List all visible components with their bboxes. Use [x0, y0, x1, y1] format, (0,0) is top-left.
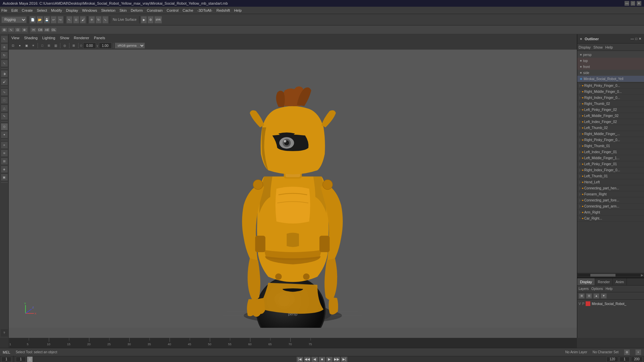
tree-item-21[interactable]: ├─ ● Arm_Right [577, 209, 644, 216]
title-bar-controls[interactable]: — □ ✕ [625, 1, 641, 6]
scroll-right-arrow[interactable]: ▶ [641, 274, 643, 277]
playback-start-input[interactable] [620, 357, 630, 362]
snap-view-button[interactable]: ⊕ [21, 27, 28, 32]
paint-sel-button[interactable]: 🖌 [80, 16, 86, 23]
paint-skin-button[interactable]: 🖌 [1, 78, 8, 85]
viewport-shading-menu[interactable]: Shading [24, 36, 38, 40]
vp-wireframe-button[interactable]: ⊡ [10, 43, 16, 49]
tree-item-1[interactable]: ├─ ● Right_Middle_Finger_0... [577, 89, 644, 95]
snap-point-button[interactable]: ⊡ [15, 27, 21, 32]
menu-help[interactable]: Help [234, 8, 242, 12]
open-button[interactable]: 📂 [37, 16, 43, 23]
vp-hud-button[interactable]: ▥ [53, 43, 59, 49]
minimize-button[interactable]: — [625, 1, 629, 6]
new-scene-button[interactable]: 📄 [30, 16, 36, 23]
history-button[interactable]: H [31, 27, 37, 32]
node-editor-button[interactable]: ⊠ [1, 158, 8, 165]
tree-item-9[interactable]: ├─ ● Right_Pinky_Finger_0... [577, 137, 644, 143]
menu-display[interactable]: Display [66, 8, 78, 12]
redo-button[interactable]: ↪ [57, 16, 63, 23]
curve-tool-button[interactable]: ∿ [1, 88, 8, 96]
display-tab[interactable]: Display [577, 278, 595, 285]
hscroll-thumb[interactable] [590, 274, 615, 277]
menu-skeleton[interactable]: Skeleton [101, 8, 115, 12]
ipr-button[interactable]: IPR [154, 16, 162, 23]
tree-item-11[interactable]: ├─ ● Left_Index_Finger_01 [577, 149, 644, 155]
outliner-maximize[interactable]: □ [635, 37, 637, 41]
vp-isolate-button[interactable]: ◎ [62, 43, 68, 49]
select-mode-button[interactable]: ↖ [1, 36, 8, 43]
tree-item-14[interactable]: ├─ ● Right_Index_Finger_0... [577, 167, 644, 173]
color-space-dropdown[interactable]: sRGB gamma [115, 43, 145, 49]
outliner-show-tab[interactable]: Show [593, 45, 603, 49]
outliner-help-tab[interactable]: Help [605, 45, 613, 49]
mode-dropdown[interactable]: Rigging Animation Modeling [1, 16, 26, 23]
maximize-button[interactable]: □ [631, 1, 635, 6]
vp-camera-button[interactable]: □ [39, 43, 45, 49]
playback-end-input[interactable] [631, 357, 643, 362]
viewport-panels-menu[interactable]: Panels [94, 36, 105, 40]
tree-item-20[interactable]: ├─ ● Connecting_part_arm... [577, 203, 644, 209]
menu-cache[interactable]: Cache [182, 8, 193, 12]
menu-deform[interactable]: Deform [131, 8, 143, 12]
layers-menu[interactable]: Layers [579, 287, 589, 291]
menu-skin[interactable]: Skin [119, 8, 126, 12]
tree-item-19[interactable]: ├─ ● Connecting_part_fore... [577, 197, 644, 203]
tree-item-2[interactable]: ├─ ● Right_Index_Finger_0... [577, 95, 644, 101]
scale-button[interactable]: ⤡ [102, 16, 108, 23]
menu-edit[interactable]: Edit [11, 8, 18, 12]
outliner-button[interactable]: OL [51, 27, 57, 32]
layer-add-button[interactable]: ⊞ [579, 293, 585, 299]
attribute-button[interactable]: ≋ [1, 149, 8, 157]
close-button[interactable]: ✕ [637, 1, 641, 6]
layer-color-swatch[interactable] [586, 301, 590, 306]
paint-effects-button[interactable]: ✦ [1, 131, 8, 138]
undo-button[interactable]: ↩ [51, 16, 57, 23]
layer-move-up-button[interactable]: ▲ [593, 293, 599, 299]
viewport-show-menu[interactable]: Show [60, 36, 69, 40]
stop-button[interactable]: ■ [319, 357, 325, 362]
tree-item-12[interactable]: ├─ ● Left_Middle_Finger_1... [577, 155, 644, 161]
tree-item-7[interactable]: ├─ ● Left_Thumb_02 [577, 125, 644, 131]
go-end-button[interactable]: ▶| [341, 357, 347, 362]
menu-create[interactable]: Create [22, 8, 33, 12]
tree-item-18[interactable]: ├─ ● Forearm_Right [577, 191, 644, 197]
frame-indicator[interactable]: 1 [27, 357, 33, 362]
tree-item-6[interactable]: ├─ ● Left_Index_Finger_02 [577, 119, 644, 125]
viewport[interactable]: View Shading Lighting Show Renderer Pane… [9, 34, 577, 338]
char-set-settings[interactable]: ⚙ [624, 349, 630, 355]
tree-item-16[interactable]: ├─ ● Hend_Left [577, 179, 644, 185]
tree-item-22[interactable]: └─ ● Car_Right... [577, 216, 644, 222]
step-forward-button[interactable]: ▶▶ [333, 357, 340, 362]
range-start-input[interactable] [16, 357, 26, 362]
snap-curve-button[interactable]: ∿ [8, 27, 14, 32]
tree-item-15[interactable]: ├─ ● Left_Thumb_01 [577, 173, 644, 179]
sculpt-button[interactable]: ✎ [1, 113, 8, 120]
viewport-lighting-menu[interactable]: Lighting [42, 36, 55, 40]
poly-button[interactable]: △ [1, 105, 8, 112]
layer-move-down-button[interactable]: ▼ [601, 293, 607, 299]
snap-grid-button[interactable]: ⊞ [1, 27, 7, 32]
viewport-renderer-menu[interactable]: Renderer [74, 36, 89, 40]
vp-grid-button[interactable]: ⊞ [46, 43, 52, 49]
end-frame-input[interactable] [606, 357, 618, 362]
play-forward-button[interactable]: ▶ [326, 357, 333, 362]
move-button[interactable]: ✛ [89, 16, 95, 23]
options-menu[interactable]: Options [591, 287, 603, 291]
outliner-root[interactable]: ⊞ Mirokai_Social_Robot_Yell [577, 76, 644, 82]
tree-item-0[interactable]: ├─ ● Right_Pinky_Finger_0... [577, 83, 644, 89]
layer-delete-button[interactable]: ⊟ [586, 293, 592, 299]
outliner-hscrollbar[interactable]: ▶ [577, 273, 644, 278]
hypershade-button[interactable]: ◈ [1, 166, 8, 173]
render-tab[interactable]: Render [595, 278, 613, 285]
lasso-button[interactable]: ⊙ [73, 16, 79, 23]
dp-help-menu[interactable]: Help [605, 287, 612, 291]
menu-modify[interactable]: Modify [51, 8, 62, 12]
menu-select[interactable]: Select [37, 8, 47, 12]
outliner-close[interactable]: ✕ [639, 37, 641, 41]
tree-item-8[interactable]: ├─ ● Right_Middle_Finger_... [577, 131, 644, 137]
camera-side[interactable]: ■ side [577, 70, 644, 76]
current-frame-input[interactable] [1, 357, 11, 362]
render-view-button[interactable]: ▣ [1, 174, 8, 181]
tree-item-3[interactable]: ├─ ● Right_Thumb_02 [577, 101, 644, 107]
